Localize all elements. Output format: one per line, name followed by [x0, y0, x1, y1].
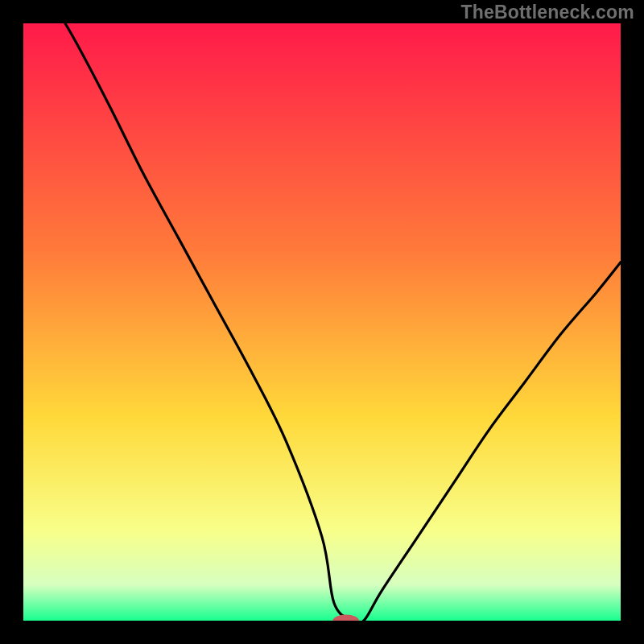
minimum-marker [332, 615, 359, 627]
watermark-text: TheBottleneck.com [460, 2, 634, 23]
chart-frame: TheBottleneck.com [0, 0, 644, 644]
bottleneck-plot [0, 0, 644, 644]
